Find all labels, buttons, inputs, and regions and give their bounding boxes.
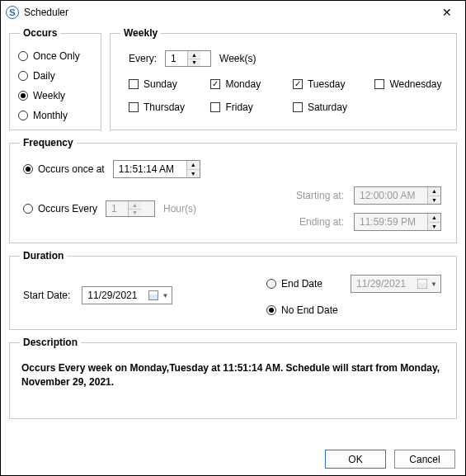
radio-icon	[18, 91, 28, 101]
checkbox-icon	[293, 79, 303, 89]
occurs-once-time-value: 11:51:14 AM	[114, 161, 186, 177]
description-legend: Description	[20, 337, 81, 348]
calendar-icon	[148, 290, 158, 300]
radio-icon	[18, 71, 28, 81]
spinner-buttons: ▲▼	[128, 201, 141, 216]
weeks-unit-label: Week(s)	[219, 53, 256, 64]
occurs-daily[interactable]: Daily	[18, 70, 92, 82]
day-friday[interactable]: Friday	[210, 101, 282, 113]
chevron-up-icon: ▲	[428, 187, 440, 196]
every-weeks-value: 1	[166, 51, 187, 66]
frequency-group: Frequency Occurs once at 11:51:14 AM ▲▼ …	[9, 137, 457, 243]
cancel-button[interactable]: Cancel	[394, 450, 455, 469]
chevron-down-icon[interactable]: ▼	[188, 59, 200, 67]
ending-at-spinner: 11:59:59 PM ▲▼	[354, 213, 441, 231]
end-date-value: 11/29/2021	[356, 278, 414, 290]
occurs-weekly[interactable]: Weekly	[18, 90, 92, 101]
day-label: Thursday	[144, 101, 185, 113]
radio-icon	[23, 164, 33, 174]
day-wednesday[interactable]: Wednesday	[374, 78, 448, 90]
occurs-legend: Occurs	[20, 27, 60, 39]
end-date-option[interactable]: End Date	[266, 278, 342, 290]
occurs-every-value-spinner: 1 ▲▼	[106, 200, 155, 217]
day-label: Monday	[225, 78, 261, 90]
occurs-weekly-label: Weekly	[33, 90, 65, 101]
weekly-group: Weekly Every: 1 ▲▼ Week(s) Sunday Monday…	[110, 27, 457, 130]
occurs-once-time-spinner[interactable]: 11:51:14 AM ▲▼	[113, 160, 200, 178]
starting-at-label: Starting at:	[296, 190, 344, 201]
no-end-date-label: No End Date	[281, 304, 338, 316]
occurs-monthly-label: Monthly	[33, 110, 68, 121]
occurs-every-value: 1	[106, 201, 128, 216]
chevron-up-icon[interactable]: ▲	[188, 51, 200, 59]
occurs-once-at[interactable]: Occurs once at	[23, 163, 105, 175]
frequency-legend: Frequency	[20, 137, 77, 148]
duration-legend: Duration	[20, 250, 67, 262]
radio-icon	[18, 51, 28, 61]
calendar-icon	[417, 279, 427, 289]
radio-icon	[266, 305, 276, 315]
spinner-buttons: ▲▼	[427, 214, 440, 230]
spinner-buttons[interactable]: ▲▼	[187, 51, 200, 66]
radio-icon	[18, 111, 28, 120]
chevron-down-icon: ▼	[162, 292, 168, 299]
day-saturday[interactable]: Saturday	[293, 101, 365, 113]
duration-group: Duration Start Date: 11/29/2021 ▼ End Da…	[9, 250, 457, 330]
no-end-date-option[interactable]: No End Date	[266, 304, 338, 316]
starting-at-value: 12:00:00 AM	[355, 187, 427, 204]
occurs-every[interactable]: Occurs Every	[23, 203, 97, 214]
checkbox-icon	[210, 79, 220, 89]
day-thursday[interactable]: Thursday	[129, 101, 200, 113]
occurs-group: Occurs Once Only Daily Weekly Monthly	[9, 27, 101, 130]
chevron-down-icon[interactable]: ▼	[187, 170, 200, 178]
app-icon: S	[6, 6, 19, 19]
day-monday[interactable]: Monday	[210, 78, 282, 90]
day-sunday[interactable]: Sunday	[129, 78, 200, 90]
close-icon[interactable]: ✕	[435, 4, 459, 21]
checkbox-icon	[374, 79, 384, 89]
checkbox-icon	[293, 102, 303, 112]
spinner-buttons: ▲▼	[427, 187, 440, 204]
occurs-once-at-label: Occurs once at	[38, 163, 105, 175]
day-label: Friday	[225, 101, 252, 113]
description-text: Occurs Every week on Monday,Tuesday at 1…	[18, 356, 448, 412]
day-label: Sunday	[144, 78, 177, 90]
day-label: Saturday	[308, 101, 347, 113]
occurs-monthly[interactable]: Monthly	[18, 110, 92, 121]
window-title: Scheduler	[24, 7, 68, 18]
end-date-label: End Date	[281, 278, 322, 290]
chevron-up-icon: ▲	[129, 201, 141, 210]
checkbox-icon	[129, 79, 139, 89]
day-tuesday[interactable]: Tuesday	[293, 78, 365, 90]
day-label: Wednesday	[389, 78, 441, 90]
checkbox-icon	[129, 102, 139, 112]
occurs-every-label: Occurs Every	[38, 203, 97, 214]
start-date-label: Start Date:	[23, 290, 70, 301]
radio-icon	[23, 204, 33, 214]
starting-at-spinner: 12:00:00 AM ▲▼	[354, 186, 441, 205]
start-date-picker[interactable]: 11/29/2021 ▼	[82, 286, 172, 304]
occurs-daily-label: Daily	[33, 70, 55, 82]
end-date-picker: 11/29/2021 ▼	[351, 275, 441, 293]
chevron-up-icon: ▲	[428, 214, 440, 223]
button-bar: OK Cancel	[325, 450, 455, 469]
every-label: Every:	[129, 53, 157, 64]
occurs-every-unit: Hour(s)	[163, 203, 196, 214]
radio-icon	[266, 279, 276, 289]
chevron-down-icon: ▼	[428, 223, 440, 231]
spinner-buttons[interactable]: ▲▼	[186, 161, 200, 177]
occurs-once-label: Once Only	[33, 50, 80, 62]
day-label: Tuesday	[308, 78, 346, 90]
description-group: Description Occurs Every week on Monday,…	[9, 337, 457, 419]
occurs-once-only[interactable]: Once Only	[18, 50, 92, 62]
chevron-up-icon[interactable]: ▲	[187, 161, 200, 170]
title-bar: S Scheduler ✕	[1, 1, 465, 22]
chevron-down-icon: ▼	[431, 280, 437, 288]
weekly-legend: Weekly	[120, 27, 161, 39]
start-date-value: 11/29/2021	[87, 290, 145, 301]
ok-button[interactable]: OK	[325, 450, 386, 469]
ending-at-label: Ending at:	[296, 216, 344, 228]
ending-at-value: 11:59:59 PM	[355, 214, 427, 230]
chevron-down-icon: ▼	[129, 210, 141, 217]
every-weeks-spinner[interactable]: 1 ▲▼	[165, 50, 211, 67]
